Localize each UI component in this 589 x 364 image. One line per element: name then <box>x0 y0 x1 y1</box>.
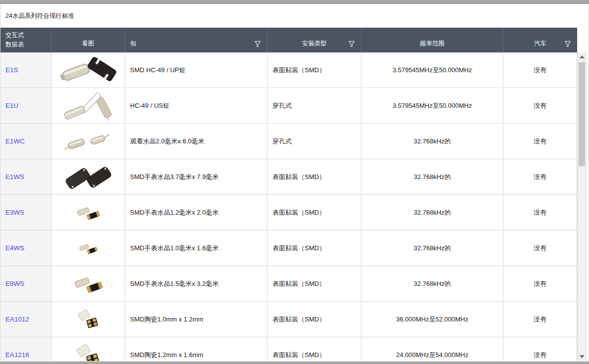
frequency-cell: 24.000MHz至54.000MHz <box>362 337 503 361</box>
package-cell: SMD陶瓷1.2mm x 1.6mm <box>125 337 268 361</box>
datasheet-link[interactable]: EA1216 <box>5 351 29 359</box>
scroll-up-button[interactable] <box>578 52 586 61</box>
automotive-text: 没有 <box>534 101 546 110</box>
column-header-package: 包 <box>125 28 268 52</box>
frequency-cell: 3.579545MHz至50.000MHz <box>362 88 503 123</box>
photo-cell <box>51 337 125 361</box>
package-cell: SMD陶瓷1.0mm x 1.2mm <box>125 302 268 337</box>
table-row: EA1216 SMD陶瓷1.2mm x 1.6mm 表面贴装（SMD） 24.0… <box>0 337 577 361</box>
mount-type-text: 表面贴装（SMD） <box>272 208 325 217</box>
package-text: SMD手表水晶1.0毫米x 1.6毫米 <box>130 244 219 253</box>
package-text: SMD手表水晶3.7毫米x 7.9毫米 <box>130 173 219 182</box>
mount-type-cell: 穿孔式 <box>268 124 362 159</box>
frequency-text: 32.768kHz的 <box>413 208 451 217</box>
product-image[interactable] <box>78 242 98 254</box>
table-row: E1S SMD HC-49 / UP短 表面贴装（SMD） 3.579545MH… <box>0 52 577 88</box>
table-row: E3WS SMD手表水晶1.2毫米x 2.0毫米 表面贴装（SMD） 32.76… <box>0 195 577 230</box>
product-image[interactable] <box>75 309 101 330</box>
page: 24水晶系列符合现行标准 交互式数据表 看图 包 安装类型 <box>0 4 589 362</box>
package-text: SMD陶瓷1.0mm x 1.2mm <box>130 315 203 324</box>
mount-type-cell: 表面贴装（SMD） <box>268 230 362 266</box>
automotive-text: 没有 <box>534 66 546 75</box>
frequency-text: 3.579545MHz至50.000MHz <box>393 101 472 110</box>
product-image[interactable] <box>62 130 114 153</box>
package-cell: SMD手表水晶1.5毫米x 3.2毫米 <box>125 266 268 301</box>
datasheet-cell: E3WS <box>0 195 51 230</box>
mount-type-text: 表面贴装（SMD） <box>272 279 325 288</box>
photo-cell <box>51 266 125 301</box>
mount-type-cell: 穿孔式 <box>268 88 362 123</box>
automotive-cell: 没有 <box>503 302 577 337</box>
datasheet-cell: E1U <box>0 88 51 123</box>
mount-type-cell: 表面贴装（SMD） <box>268 266 362 301</box>
product-image[interactable] <box>75 205 101 220</box>
vertical-scrollbar[interactable] <box>577 52 587 361</box>
package-text: SMD陶瓷1.2mm x 1.6mm <box>130 351 203 360</box>
datasheet-link[interactable]: E3WS <box>5 209 24 216</box>
datasheet-cell: E4WS <box>0 230 51 266</box>
bottom-window-bar <box>0 362 589 364</box>
package-cell: SMD手表水晶1.2毫米x 2.0毫米 <box>125 195 268 230</box>
triangle-up-icon <box>580 55 585 58</box>
photo-cell <box>51 302 125 337</box>
photo-cell <box>51 124 125 159</box>
scrollbar-thumb[interactable] <box>579 62 585 166</box>
table-body: E1S SMD HC-49 / UP短 表面贴装（SMD） 3.579545MH… <box>0 52 577 361</box>
frequency-cell: 36.000MHz至52.000MHz <box>362 302 503 337</box>
product-image[interactable] <box>61 162 115 192</box>
table-row: EA1012 SMD陶瓷1.0mm x 1.2mm 表面贴装（SMD） 36.0… <box>0 302 577 337</box>
automotive-text: 没有 <box>534 351 546 360</box>
product-image[interactable] <box>72 274 104 293</box>
column-header-mount: 安装类型 <box>268 28 362 52</box>
datasheet-link[interactable]: E1WC <box>5 137 25 145</box>
automotive-text: 没有 <box>534 315 546 324</box>
frequency-cell: 32.768kHz的 <box>362 195 503 230</box>
datasheet-cell: EA1012 <box>0 302 51 337</box>
filter-icon[interactable] <box>254 41 261 49</box>
package-text: HC-49 / US短 <box>130 101 169 110</box>
datasheet-link[interactable]: E1U <box>5 102 18 109</box>
scroll-down-button[interactable] <box>578 352 586 361</box>
mount-type-cell: 表面贴装（SMD） <box>268 52 362 88</box>
frequency-text: 24.000MHz至54.000MHz <box>396 351 468 360</box>
package-text: 观看水晶2.0毫米x 6.0毫米 <box>130 137 204 146</box>
product-image[interactable] <box>74 343 102 362</box>
package-cell: 观看水晶2.0毫米x 6.0毫米 <box>125 124 268 159</box>
column-label: 交互式数据表 <box>5 31 27 50</box>
filter-icon[interactable] <box>348 41 355 49</box>
table-row: E4WS SMD手表水晶1.0毫米x 1.6毫米 表面贴装（SMD） 32.76… <box>0 230 577 266</box>
frequency-text: 36.000MHz至52.000MHz <box>396 315 468 324</box>
frequency-cell: 3.579545MHz至50.000MHz <box>362 52 503 88</box>
column-header-frequency: 频率范围 <box>362 28 503 52</box>
column-label: 包 <box>130 40 136 48</box>
package-text: SMD HC-49 / UP短 <box>130 66 185 75</box>
datasheet-link[interactable]: E1S <box>5 66 18 74</box>
product-image[interactable] <box>56 54 120 86</box>
automotive-text: 没有 <box>534 208 546 217</box>
column-header-automotive: 汽车 <box>503 28 577 52</box>
datasheet-link[interactable]: E8WS <box>5 280 24 287</box>
table-row: E8WS SMD手表水晶1.5毫米x 3.2毫米 表面贴装（SMD） 32.76… <box>0 266 577 302</box>
frequency-cell: 32.768kHz的 <box>362 266 503 301</box>
product-image[interactable] <box>60 88 116 124</box>
column-label: 频率范围 <box>420 40 445 48</box>
column-header-photo: 看图 <box>51 28 125 52</box>
mount-type-cell: 表面贴装（SMD） <box>268 159 362 194</box>
frequency-cell: 32.768kHz的 <box>362 230 503 266</box>
mount-type-text: 表面贴装（SMD） <box>272 315 325 324</box>
photo-cell <box>51 230 125 266</box>
table-area: 交互式数据表 看图 包 安装类型 频 <box>0 28 589 361</box>
automotive-cell: 没有 <box>503 266 577 301</box>
filter-icon[interactable] <box>564 41 571 49</box>
table-header: 交互式数据表 看图 包 安装类型 频 <box>0 28 577 52</box>
automotive-cell: 没有 <box>503 124 577 159</box>
triangle-down-icon <box>580 355 585 358</box>
datasheet-link[interactable]: EA1012 <box>5 316 29 323</box>
datasheet-link[interactable]: E1WS <box>5 173 24 181</box>
frequency-cell: 32.768kHz的 <box>362 124 503 159</box>
datasheet-cell: E1WS <box>0 159 51 194</box>
datasheet-link[interactable]: E4WS <box>5 244 24 252</box>
datasheet-cell: EA1216 <box>0 337 51 361</box>
column-header-datasheet: 交互式数据表 <box>0 28 51 52</box>
table-row: E1U HC-49 / US短 穿孔式 3.579545MHz至50.000MH… <box>0 88 577 124</box>
